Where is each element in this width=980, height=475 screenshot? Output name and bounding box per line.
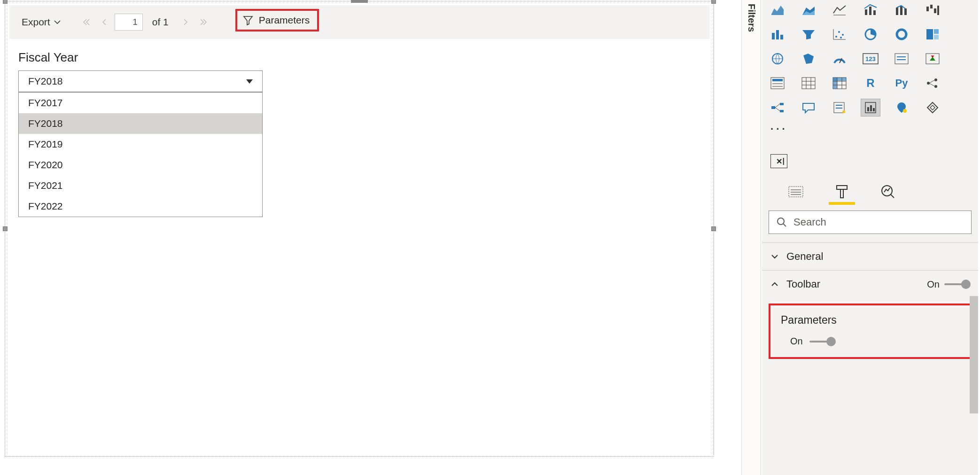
viz-paginated-report-icon[interactable] [861, 99, 880, 117]
svg-rect-12 [780, 35, 783, 39]
svg-line-54 [775, 108, 780, 111]
chevron-down-icon [246, 79, 253, 84]
viz-column-chart-icon[interactable] [768, 25, 787, 43]
dropdown-option[interactable]: FY2022 [19, 196, 262, 217]
viz-area-chart-icon[interactable] [768, 1, 787, 19]
viz-ribbon-icon[interactable] [892, 1, 911, 19]
format-search-input[interactable]: Search [769, 210, 972, 234]
dropdown-selected[interactable]: FY2018 [18, 70, 263, 92]
viz-key-influencers-icon[interactable] [923, 74, 942, 92]
viz-multirow-card-icon[interactable] [892, 50, 911, 68]
search-icon [777, 217, 787, 227]
svg-rect-7 [930, 5, 933, 8]
svg-point-16 [840, 37, 842, 39]
report-canvas: Export of 1 [0, 0, 728, 475]
last-page-button[interactable] [196, 16, 211, 29]
svg-line-49 [929, 83, 935, 86]
parameters-toggle[interactable] [809, 341, 835, 343]
viz-gauge-icon[interactable] [830, 50, 849, 68]
svg-rect-5 [904, 8, 907, 15]
viz-scatter-icon[interactable] [830, 25, 849, 43]
parameters-section-highlight: Parameters On [769, 304, 972, 359]
next-page-button[interactable] [179, 16, 192, 29]
filters-pane-collapsed[interactable]: Filters [741, 0, 761, 475]
svg-rect-4 [900, 6, 902, 15]
viz-narrative-icon[interactable] [830, 99, 849, 117]
svg-rect-19 [926, 29, 933, 39]
resize-handle[interactable] [711, 226, 716, 231]
dropdown-option[interactable]: FY2019 [19, 134, 262, 155]
remove-visual-button[interactable]: ✕ [770, 154, 787, 168]
viz-filled-map-icon[interactable] [799, 50, 818, 68]
chevron-up-icon [770, 281, 779, 287]
more-visuals-button[interactable]: · · · [768, 123, 792, 144]
viz-stacked-area-icon[interactable] [799, 1, 818, 19]
viz-waterfall-icon[interactable] [923, 1, 942, 19]
fields-tab[interactable] [786, 181, 806, 202]
viz-combo-chart-icon[interactable] [861, 1, 880, 19]
dropdown-option[interactable]: FY2017 [19, 93, 262, 113]
viz-table-icon[interactable] [799, 74, 818, 92]
scrollbar[interactable] [970, 296, 978, 413]
svg-rect-1 [869, 7, 871, 15]
svg-rect-68 [837, 186, 847, 189]
viz-qna-icon[interactable] [799, 99, 818, 117]
filters-label: Filters [746, 4, 757, 32]
toolbar-toggle[interactable]: On [927, 279, 970, 290]
general-section[interactable]: General [762, 242, 978, 270]
export-label: Export [22, 16, 50, 28]
svg-rect-51 [780, 103, 784, 105]
viz-kpi-icon[interactable] [923, 50, 942, 68]
svg-point-18 [897, 30, 906, 39]
svg-rect-10 [772, 33, 775, 39]
viz-line-chart-icon[interactable] [830, 1, 849, 19]
resize-handle[interactable] [711, 0, 716, 4]
svg-rect-3 [896, 8, 898, 15]
viz-python-icon[interactable]: Py [892, 74, 911, 92]
viz-funnel-icon[interactable] [799, 25, 818, 43]
svg-rect-11 [776, 30, 779, 39]
page-number-input[interactable] [115, 14, 143, 31]
parameters-button[interactable]: Parameters [259, 15, 310, 26]
viz-arcgis-icon[interactable] [892, 99, 911, 117]
svg-rect-30 [772, 79, 783, 81]
format-tab[interactable] [832, 181, 852, 202]
export-button[interactable]: Export [16, 12, 66, 32]
report-toolbar: Export of 1 [9, 5, 710, 39]
viz-matrix-icon[interactable] [830, 74, 849, 92]
chevron-down-icon [54, 20, 61, 24]
paginated-visual-frame[interactable]: Export of 1 [5, 1, 714, 457]
viz-card-icon[interactable]: 123 [861, 50, 880, 68]
parameters-section-label: Parameters [781, 314, 959, 327]
svg-line-53 [775, 104, 780, 108]
svg-rect-21 [934, 35, 939, 39]
dropdown-option[interactable]: FY2020 [19, 155, 262, 175]
viz-powerapps-icon[interactable] [923, 99, 942, 117]
svg-rect-52 [780, 110, 784, 112]
viz-slicer-icon[interactable] [768, 74, 787, 92]
viz-map-icon[interactable] [768, 50, 787, 68]
svg-rect-33 [802, 78, 815, 89]
first-page-button[interactable] [79, 16, 94, 29]
prev-page-button[interactable] [98, 16, 111, 29]
dropdown-option[interactable]: FY2021 [19, 175, 262, 196]
viz-donut-icon[interactable] [892, 25, 911, 43]
svg-rect-64 [789, 187, 803, 197]
viz-pie-icon[interactable] [861, 25, 880, 43]
viz-decomposition-icon[interactable] [768, 99, 787, 117]
svg-rect-61 [870, 105, 872, 111]
svg-text:123: 123 [865, 55, 876, 62]
analytics-tab[interactable] [878, 181, 898, 202]
viz-r-icon[interactable]: R [861, 74, 880, 92]
resize-handle[interactable] [3, 0, 8, 4]
dropdown-option[interactable]: FY2018 [19, 113, 262, 134]
fiscal-year-dropdown[interactable]: FY2018 FY2017 FY2018 FY2019 FY2020 FY202… [18, 70, 263, 92]
resize-handle[interactable] [3, 226, 8, 231]
parameters-button-highlight: Parameters [235, 9, 319, 31]
svg-rect-25 [895, 54, 908, 64]
resize-handle[interactable] [351, 0, 368, 3]
svg-rect-40 [833, 78, 846, 81]
toolbar-section[interactable]: Toolbar On [762, 270, 978, 298]
viz-treemap-icon[interactable] [923, 25, 942, 43]
svg-rect-9 [937, 6, 939, 15]
